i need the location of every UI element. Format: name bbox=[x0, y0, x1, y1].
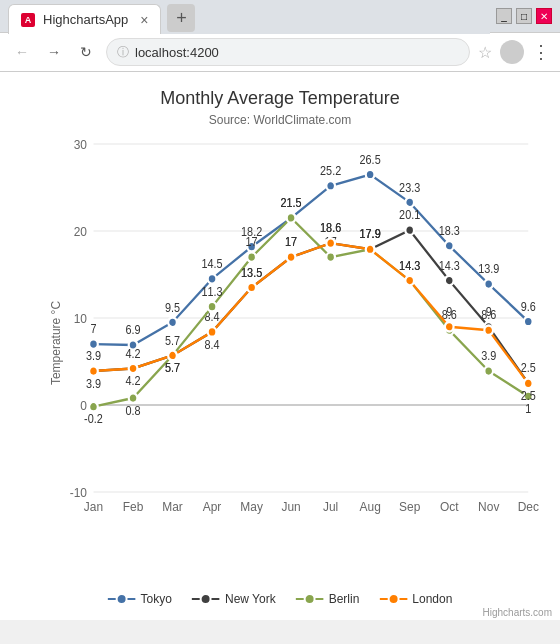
minimize-button[interactable]: _ bbox=[496, 8, 512, 24]
angular-icon: A bbox=[21, 13, 35, 27]
svg-point-55 bbox=[445, 276, 454, 286]
svg-text:9.6: 9.6 bbox=[521, 300, 536, 313]
svg-point-95 bbox=[129, 364, 138, 374]
legend-label-tokyo: Tokyo bbox=[141, 592, 172, 606]
profile-button[interactable] bbox=[500, 40, 524, 64]
svg-text:11.3: 11.3 bbox=[201, 285, 222, 298]
svg-text:21.5: 21.5 bbox=[281, 197, 302, 210]
url-bar[interactable]: ⓘ localhost:4200 bbox=[106, 38, 470, 66]
browser-tab[interactable]: A HighchartsApp × bbox=[8, 4, 161, 34]
chart-area: -100102030JanFebMarAprMayJunJulAugSepOct… bbox=[0, 132, 560, 540]
svg-text:Mar: Mar bbox=[162, 500, 183, 515]
legend-item-newyork[interactable]: New York bbox=[192, 592, 276, 606]
svg-point-30 bbox=[405, 198, 414, 208]
svg-text:Dec: Dec bbox=[518, 500, 539, 515]
refresh-button[interactable]: ↻ bbox=[74, 40, 98, 64]
svg-text:Feb: Feb bbox=[123, 500, 144, 515]
legend-item-london[interactable]: London bbox=[379, 592, 452, 606]
svg-text:May: May bbox=[240, 500, 263, 515]
svg-point-98 bbox=[247, 283, 256, 293]
back-button[interactable]: ← bbox=[10, 40, 34, 64]
svg-point-105 bbox=[524, 378, 533, 388]
svg-text:4.2: 4.2 bbox=[125, 375, 140, 388]
chart-container: Monthly Average Temperature Source: Worl… bbox=[0, 72, 560, 620]
svg-text:Oct: Oct bbox=[440, 500, 459, 515]
legend-label-london: London bbox=[412, 592, 452, 606]
svg-point-32 bbox=[484, 279, 493, 289]
svg-text:Sep: Sep bbox=[399, 500, 420, 515]
svg-text:9.5: 9.5 bbox=[165, 301, 180, 314]
legend-item-berlin[interactable]: Berlin bbox=[296, 592, 360, 606]
bookmark-button[interactable]: ☆ bbox=[478, 43, 492, 62]
svg-point-100 bbox=[326, 238, 335, 248]
svg-point-119 bbox=[117, 594, 127, 604]
legend-line-tokyo bbox=[108, 593, 136, 605]
svg-text:Apr: Apr bbox=[203, 500, 222, 515]
svg-text:25.2: 25.2 bbox=[320, 164, 341, 177]
maximize-button[interactable]: □ bbox=[516, 8, 532, 24]
svg-text:10: 10 bbox=[74, 311, 87, 326]
svg-text:Nov: Nov bbox=[478, 500, 500, 515]
menu-button[interactable]: ⋮ bbox=[532, 41, 550, 63]
svg-text:13.5: 13.5 bbox=[241, 266, 262, 279]
svg-point-99 bbox=[287, 252, 296, 262]
svg-point-75 bbox=[287, 213, 296, 223]
svg-point-70 bbox=[89, 402, 98, 412]
svg-text:8.6: 8.6 bbox=[481, 309, 496, 322]
svg-point-24 bbox=[168, 318, 177, 328]
svg-text:3.9: 3.9 bbox=[481, 350, 496, 363]
svg-text:7: 7 bbox=[90, 323, 96, 336]
svg-point-101 bbox=[366, 244, 375, 254]
window-controls: _ □ ✕ bbox=[496, 8, 552, 24]
svg-point-94 bbox=[89, 366, 98, 376]
svg-point-76 bbox=[326, 252, 335, 262]
svg-point-22 bbox=[89, 339, 98, 349]
svg-text:0.8: 0.8 bbox=[125, 404, 140, 417]
chart-subtitle: Source: WorldClimate.com bbox=[0, 113, 560, 127]
svg-point-29 bbox=[366, 170, 375, 180]
secure-icon: ⓘ bbox=[117, 44, 129, 61]
forward-button[interactable]: → bbox=[42, 40, 66, 64]
svg-point-123 bbox=[305, 594, 315, 604]
legend-label-berlin: Berlin bbox=[329, 592, 360, 606]
svg-text:-10: -10 bbox=[70, 485, 87, 500]
browser-chrome: A HighchartsApp × + _ □ ✕ ← → ↻ ⓘ localh… bbox=[0, 0, 560, 72]
svg-text:3.9: 3.9 bbox=[86, 350, 101, 363]
svg-text:14.5: 14.5 bbox=[201, 258, 222, 271]
svg-text:Jan: Jan bbox=[84, 500, 103, 515]
legend-item-tokyo[interactable]: Tokyo bbox=[108, 592, 172, 606]
address-bar: ← → ↻ ⓘ localhost:4200 ☆ ⋮ bbox=[0, 32, 560, 72]
svg-text:3.9: 3.9 bbox=[86, 377, 101, 390]
svg-text:Aug: Aug bbox=[360, 500, 381, 515]
svg-point-125 bbox=[388, 594, 398, 604]
svg-point-74 bbox=[247, 252, 256, 262]
svg-point-104 bbox=[484, 325, 493, 335]
svg-text:2.5: 2.5 bbox=[521, 362, 536, 375]
chart-svg: -100102030JanFebMarAprMayJunJulAugSepOct… bbox=[50, 132, 550, 540]
legend-line-london bbox=[379, 593, 407, 605]
svg-text:2.5: 2.5 bbox=[521, 390, 536, 403]
svg-point-96 bbox=[168, 351, 177, 361]
svg-text:4.2: 4.2 bbox=[125, 347, 140, 360]
svg-point-102 bbox=[405, 276, 414, 286]
svg-point-31 bbox=[445, 241, 454, 251]
svg-point-71 bbox=[129, 393, 138, 403]
svg-point-103 bbox=[445, 322, 454, 332]
legend-line-berlin bbox=[296, 593, 324, 605]
svg-text:9: 9 bbox=[446, 305, 452, 318]
chart-legend: Tokyo New York Berlin London bbox=[108, 592, 453, 606]
svg-text:-0.2: -0.2 bbox=[84, 413, 103, 426]
new-tab-button[interactable]: + bbox=[167, 4, 195, 32]
svg-text:6.9: 6.9 bbox=[125, 324, 140, 337]
svg-point-121 bbox=[201, 594, 211, 604]
svg-point-25 bbox=[208, 274, 217, 284]
chart-title: Monthly Average Temperature bbox=[0, 72, 560, 109]
svg-text:14.3: 14.3 bbox=[439, 259, 460, 272]
svg-text:26.5: 26.5 bbox=[360, 153, 381, 166]
close-button[interactable]: ✕ bbox=[536, 8, 552, 24]
svg-text:5.7: 5.7 bbox=[165, 362, 180, 375]
tab-close-button[interactable]: × bbox=[140, 12, 148, 28]
svg-point-80 bbox=[484, 366, 493, 376]
svg-text:18.6: 18.6 bbox=[320, 222, 341, 235]
svg-text:18.3: 18.3 bbox=[439, 224, 460, 237]
